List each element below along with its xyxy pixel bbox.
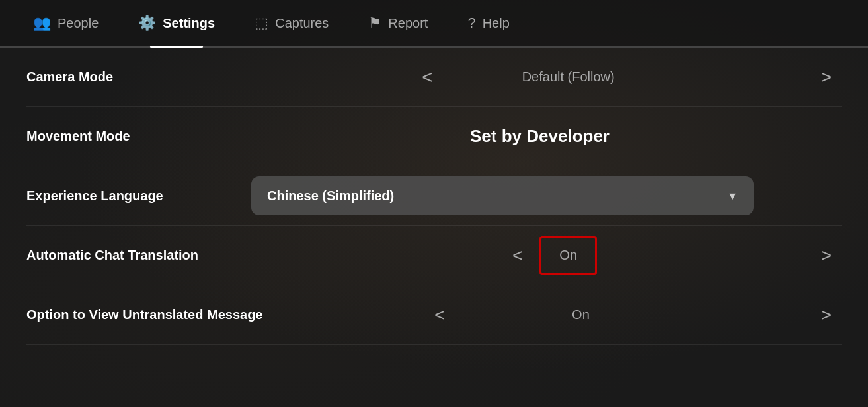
option-view-untranslated-left-arrow[interactable]: < [424, 298, 455, 332]
experience-language-dropdown[interactable]: Chinese (Simplified) ▼ [251, 176, 754, 215]
nav-item-people[interactable]: 👥 People [13, 0, 118, 46]
experience-language-value: Chinese (Simplified) [267, 188, 394, 204]
auto-chat-translation-control: < On [238, 239, 842, 273]
nav-item-help[interactable]: ? Help [448, 0, 529, 46]
nav-label-settings: Settings [163, 16, 215, 31]
movement-mode-value: Set by Developer [441, 126, 639, 147]
experience-language-label: Experience Language [26, 188, 238, 204]
nav-bar: 👥 People ⚙️ Settings ⬚ Captures ⚑ Report… [0, 0, 868, 48]
option-view-untranslated-control: < On [262, 298, 842, 332]
experience-language-row: Experience Language Chinese (Simplified)… [26, 166, 842, 226]
nav-label-help: Help [483, 16, 510, 31]
movement-mode-label: Movement Mode [26, 129, 238, 144]
camera-mode-value: Default (Follow) [469, 69, 668, 85]
auto-chat-translation-value-container: On [559, 248, 577, 263]
settings-content: Camera Mode < Default (Follow) > Movemen… [0, 48, 868, 345]
option-view-untranslated-right-arrow[interactable]: > [811, 298, 842, 332]
movement-mode-row: Movement Mode Set by Developer [26, 107, 842, 166]
nav-item-captures[interactable]: ⬚ Captures [235, 0, 348, 46]
settings-icon: ⚙️ [138, 16, 156, 30]
option-view-untranslated-label: Option to View Untranslated Message [26, 307, 262, 322]
captures-icon: ⬚ [255, 16, 268, 30]
dropdown-chevron-icon: ▼ [727, 190, 738, 202]
camera-mode-control: < Default (Follow) [238, 60, 842, 94]
people-icon: 👥 [33, 16, 51, 30]
help-icon: ? [467, 16, 475, 30]
auto-chat-translation-left-arrow[interactable]: < [502, 239, 533, 273]
camera-mode-right-arrow[interactable]: > [811, 60, 842, 94]
option-view-untranslated-row: Option to View Untranslated Message < On… [26, 285, 842, 345]
camera-mode-row: Camera Mode < Default (Follow) > [26, 48, 842, 107]
camera-mode-left-arrow[interactable]: < [412, 60, 442, 94]
experience-language-control: Chinese (Simplified) ▼ [251, 176, 842, 215]
auto-chat-translation-value: On [559, 248, 577, 262]
auto-chat-translation-label: Automatic Chat Translation [26, 248, 238, 263]
nav-label-captures: Captures [275, 16, 329, 31]
nav-label-people: People [58, 16, 99, 31]
nav-item-settings[interactable]: ⚙️ Settings [118, 0, 235, 46]
camera-mode-label: Camera Mode [26, 69, 238, 85]
auto-chat-translation-right-arrow[interactable]: > [811, 239, 842, 273]
movement-mode-control: Set by Developer [238, 126, 842, 147]
auto-chat-translation-row: Automatic Chat Translation < On > [26, 226, 842, 285]
option-view-untranslated-value: On [481, 307, 680, 322]
nav-item-report[interactable]: ⚑ Report [348, 0, 448, 46]
report-icon: ⚑ [368, 16, 381, 30]
nav-label-report: Report [388, 16, 428, 31]
